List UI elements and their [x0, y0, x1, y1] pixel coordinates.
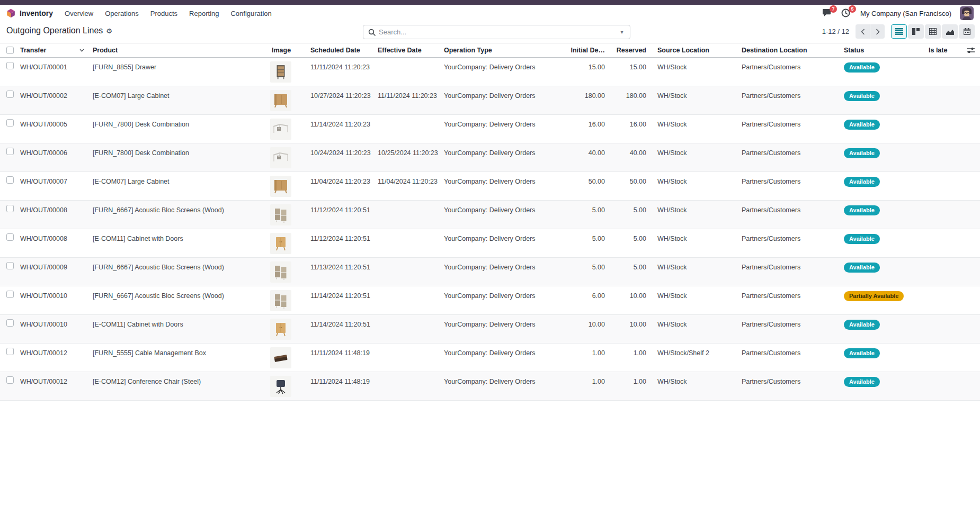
operation-type-cell[interactable]: YourCompany: Delivery Orders: [440, 201, 543, 229]
transfer-cell[interactable]: WH/OUT/00009: [16, 258, 88, 286]
scheduled-date-cell[interactable]: 11/12/2024 11:20:51: [306, 201, 373, 229]
scheduled-date-cell[interactable]: 10/27/2024 11:20:23: [306, 86, 373, 114]
source-location-cell[interactable]: WH/Stock: [651, 143, 737, 171]
operation-type-cell[interactable]: YourCompany: Delivery Orders: [440, 172, 543, 200]
row-checkbox[interactable]: [6, 119, 14, 127]
kanban-view-button[interactable]: [908, 24, 924, 39]
product-cell[interactable]: [FURN_7800] Desk Combination: [88, 143, 268, 171]
scheduled-date-cell[interactable]: 11/12/2024 11:20:51: [306, 229, 373, 257]
source-location-cell[interactable]: WH/Stock: [651, 372, 737, 400]
column-header-source-location[interactable]: Source Location: [651, 47, 737, 54]
reserved-cell[interactable]: 5.00: [609, 258, 651, 286]
is-late-cell[interactable]: [924, 229, 954, 257]
messages-menu-button[interactable]: 7: [822, 8, 833, 18]
transfer-cell[interactable]: WH/OUT/00008: [16, 201, 88, 229]
transfer-cell[interactable]: WH/OUT/00010: [16, 315, 88, 343]
reserved-cell[interactable]: 10.00: [609, 286, 651, 314]
scheduled-date-cell[interactable]: 11/11/2024 11:48:19: [306, 344, 373, 372]
reserved-cell[interactable]: 5.00: [609, 201, 651, 229]
status-cell[interactable]: Available: [840, 229, 924, 257]
reserved-cell[interactable]: 16.00: [609, 115, 651, 143]
destination-location-cell[interactable]: Partners/Customers: [737, 372, 840, 400]
effective-date-cell[interactable]: [373, 315, 440, 343]
product-cell[interactable]: [FURN_5555] Cable Management Box: [88, 344, 268, 372]
operation-type-cell[interactable]: YourCompany: Delivery Orders: [440, 229, 543, 257]
row-checkbox[interactable]: [6, 176, 14, 184]
transfer-cell[interactable]: WH/OUT/00005: [16, 115, 88, 143]
initial-demand-cell[interactable]: 1.00: [543, 372, 609, 400]
row-checkbox[interactable]: [6, 262, 14, 269]
source-location-cell[interactable]: WH/Stock: [651, 286, 737, 314]
table-row[interactable]: WH/OUT/00001 [FURN_8855] Drawer 11/11/20…: [0, 58, 980, 86]
table-row[interactable]: WH/OUT/00012 [FURN_5555] Cable Managemen…: [0, 344, 980, 372]
effective-date-cell[interactable]: [373, 372, 440, 400]
table-row[interactable]: WH/OUT/00007 [E-COM07] Large Cabinet 11/…: [0, 172, 980, 201]
source-location-cell[interactable]: WH/Stock: [651, 172, 737, 200]
image-cell[interactable]: [268, 58, 306, 86]
table-row[interactable]: WH/OUT/00012 [E-COM12] Conference Chair …: [0, 372, 980, 401]
effective-date-cell[interactable]: 10/25/2024 11:20:23: [373, 143, 440, 171]
app-menu-button[interactable]: Inventory: [6, 8, 53, 18]
status-cell[interactable]: Partially Available: [840, 286, 924, 314]
product-cell[interactable]: [FURN_6667] Acoustic Bloc Screens (Wood): [88, 286, 268, 314]
image-cell[interactable]: [268, 201, 306, 229]
column-header-destination-location[interactable]: Destination Location: [737, 47, 840, 54]
initial-demand-cell[interactable]: 1.00: [543, 344, 609, 372]
effective-date-cell[interactable]: 11/11/2024 11:20:23: [373, 86, 440, 114]
source-location-cell[interactable]: WH/Stock: [651, 315, 737, 343]
table-row[interactable]: WH/OUT/00006 [FURN_7800] Desk Combinatio…: [0, 143, 980, 172]
reserved-cell[interactable]: 50.00: [609, 172, 651, 200]
row-checkbox[interactable]: [6, 348, 14, 355]
list-view-button[interactable]: [891, 24, 907, 39]
effective-date-cell[interactable]: [373, 201, 440, 229]
row-checkbox[interactable]: [6, 91, 14, 98]
effective-date-cell[interactable]: [373, 229, 440, 257]
row-checkbox[interactable]: [6, 376, 14, 384]
nav-item-products[interactable]: Products: [150, 10, 177, 17]
initial-demand-cell[interactable]: 5.00: [543, 201, 609, 229]
scheduled-date-cell[interactable]: 11/14/2024 11:20:23: [306, 115, 373, 143]
reserved-cell[interactable]: 15.00: [609, 58, 651, 86]
row-checkbox[interactable]: [6, 291, 14, 298]
status-cell[interactable]: Available: [840, 143, 924, 171]
initial-demand-cell[interactable]: 40.00: [543, 143, 609, 171]
destination-location-cell[interactable]: Partners/Customers: [737, 115, 840, 143]
destination-location-cell[interactable]: Partners/Customers: [737, 315, 840, 343]
row-checkbox[interactable]: [6, 205, 14, 212]
operation-type-cell[interactable]: YourCompany: Delivery Orders: [440, 286, 543, 314]
initial-demand-cell[interactable]: 16.00: [543, 115, 609, 143]
operation-type-cell[interactable]: YourCompany: Delivery Orders: [440, 315, 543, 343]
transfer-cell[interactable]: WH/OUT/00007: [16, 172, 88, 200]
source-location-cell[interactable]: WH/Stock/Shelf 2: [651, 344, 737, 372]
image-cell[interactable]: [268, 286, 306, 314]
image-cell[interactable]: [268, 86, 306, 114]
pager-next-button[interactable]: [870, 24, 885, 39]
image-cell[interactable]: [268, 315, 306, 343]
reserved-cell[interactable]: 10.00: [609, 315, 651, 343]
transfer-cell[interactable]: WH/OUT/00001: [16, 58, 88, 86]
destination-location-cell[interactable]: Partners/Customers: [737, 86, 840, 114]
source-location-cell[interactable]: WH/Stock: [651, 115, 737, 143]
initial-demand-cell[interactable]: 10.00: [543, 315, 609, 343]
destination-location-cell[interactable]: Partners/Customers: [737, 58, 840, 86]
company-switcher[interactable]: My Company (San Francisco): [860, 10, 951, 17]
transfer-cell[interactable]: WH/OUT/00012: [16, 372, 88, 400]
operation-type-cell[interactable]: YourCompany: Delivery Orders: [440, 115, 543, 143]
is-late-cell[interactable]: [924, 172, 954, 200]
effective-date-cell[interactable]: [373, 58, 440, 86]
table-row[interactable]: WH/OUT/00009 [FURN_6667] Acoustic Bloc S…: [0, 258, 980, 286]
reserved-cell[interactable]: 5.00: [609, 229, 651, 257]
effective-date-cell[interactable]: [373, 258, 440, 286]
product-cell[interactable]: [FURN_8855] Drawer: [88, 58, 268, 86]
nav-item-operations[interactable]: Operations: [105, 10, 139, 17]
column-header-product[interactable]: Product: [88, 47, 268, 54]
source-location-cell[interactable]: WH/Stock: [651, 58, 737, 86]
search-input[interactable]: [379, 28, 614, 36]
initial-demand-cell[interactable]: 5.00: [543, 258, 609, 286]
initial-demand-cell[interactable]: 180.00: [543, 86, 609, 114]
is-late-cell[interactable]: [924, 201, 954, 229]
row-checkbox[interactable]: [6, 148, 14, 155]
column-header-initial-demand[interactable]: Initial De…: [543, 47, 609, 54]
effective-date-cell[interactable]: [373, 344, 440, 372]
table-row[interactable]: WH/OUT/00008 [E-COM11] Cabinet with Door…: [0, 229, 980, 258]
